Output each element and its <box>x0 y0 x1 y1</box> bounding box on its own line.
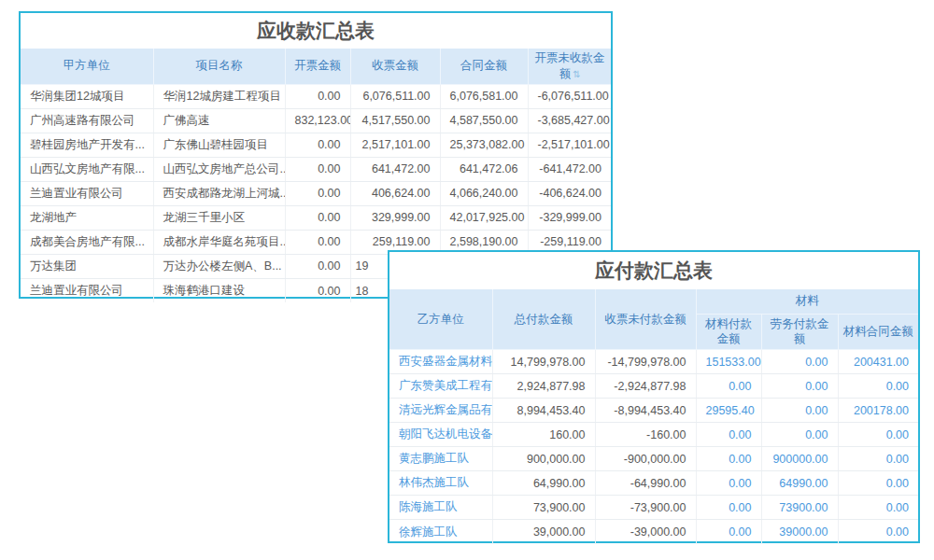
col-header-material-paid[interactable]: 材料付款金额 <box>696 314 761 350</box>
cell-labor-paid[interactable]: 64990.00 <box>761 471 838 496</box>
col-header-vendor[interactable]: 乙方单位 <box>389 289 492 350</box>
cell-vendor-link[interactable]: 林伟杰施工队 <box>389 471 492 496</box>
table-row: 华润集团12城项目 华润12城房建工程项目 0.00 6,076,511.00 … <box>21 84 611 108</box>
cell-project: 龙湖三千里小区 <box>153 205 285 230</box>
col-header-labor-paid[interactable]: 劳务付款金额 <box>761 314 838 350</box>
cell-invoiced-unpaid: -329,999.00 <box>528 205 611 230</box>
cell-vendor-link[interactable]: 徐辉施工队 <box>389 520 492 544</box>
cell-contract: 6,076,581.00 <box>440 84 528 108</box>
cell-invoiced: 832,123.00 <box>285 108 350 133</box>
col-header-contract[interactable]: 合同金额 <box>440 49 528 84</box>
col-header-received[interactable]: 收票金额 <box>350 49 440 84</box>
cell-contract: 4,587,550.00 <box>440 108 528 133</box>
cell-received-unpaid: -900,000.00 <box>595 447 696 471</box>
col-header-project[interactable]: 项目名称 <box>153 49 285 84</box>
cell-received: 2,517,101.00 <box>350 133 440 157</box>
cell-vendor-link[interactable]: 陈海施工队 <box>389 496 492 520</box>
col-header-material-contract[interactable]: 材料合同金额 <box>838 314 918 350</box>
cell-material-contract[interactable]: 0.00 <box>838 471 918 496</box>
cell-labor-paid[interactable]: 0.00 <box>761 374 838 399</box>
payables-title: 应付款汇总表 <box>389 252 918 289</box>
cell-project: 成都水岸华庭名苑项目... <box>153 230 285 254</box>
cell-material-contract[interactable]: 200178.00 <box>838 399 918 423</box>
col-header-invoiced-unpaid[interactable]: 开票未收款金额⇅ <box>528 49 611 84</box>
cell-received: 4,517,550.00 <box>350 108 440 133</box>
cell-received: 641,472.00 <box>350 157 440 181</box>
cell-invoiced-unpaid: -3,685,427.00 <box>528 108 611 133</box>
col-header-total-paid[interactable]: 总付款金额 <box>492 289 595 350</box>
cell-project: 万达办公楼左侧A、B... <box>153 254 285 278</box>
cell-total-paid: 64,990.00 <box>492 471 595 496</box>
cell-invoiced-unpaid: -641,472.00 <box>528 157 611 181</box>
cell-invoiced: 0.00 <box>285 278 350 302</box>
cell-material-paid[interactable]: 0.00 <box>696 471 761 496</box>
table-row: 徐辉施工队 39,000.00 -39,000.00 0.00 39000.00… <box>389 520 918 544</box>
table-row: 林伟杰施工队 64,990.00 -64,990.00 0.00 64990.0… <box>389 471 918 496</box>
cell-project: 华润12城房建工程项目 <box>153 84 285 108</box>
cell-material-contract[interactable]: 200431.00 <box>838 350 918 374</box>
sort-icon[interactable]: ⇅ <box>573 68 579 81</box>
table-row: 碧桂园房地产开发有... 广东佛山碧桂园项目 0.00 2,517,101.00… <box>21 133 611 157</box>
cell-invoiced-unpaid: -6,076,511.00 <box>528 84 611 108</box>
cell-labor-paid[interactable]: 900000.00 <box>761 447 838 471</box>
cell-labor-paid[interactable]: 0.00 <box>761 423 838 447</box>
cell-received-unpaid: -160.00 <box>595 423 696 447</box>
cell-invoiced: 0.00 <box>285 230 350 254</box>
payables-table: 乙方单位 总付款金额 收票未付款金额 材料 材料付款金额 劳务付款金额 材料合同… <box>389 289 918 544</box>
cell-material-paid[interactable]: 29595.40 <box>696 399 761 423</box>
cell-material-contract[interactable]: 0.00 <box>838 447 918 471</box>
cell-project: 广东佛山碧桂园项目 <box>153 133 285 157</box>
col-header-party[interactable]: 甲方单位 <box>21 49 153 84</box>
cell-material-contract[interactable]: 0.00 <box>838 374 918 399</box>
cell-party: 山西弘文房地产有限... <box>21 157 153 181</box>
table-row: 兰迪置业有限公司 西安成都路龙湖上河城... 0.00 406,624.00 4… <box>21 181 611 205</box>
cell-invoiced: 0.00 <box>285 133 350 157</box>
cell-labor-paid[interactable]: 0.00 <box>761 350 838 374</box>
table-row: 清远光辉金属品有限 8,994,453.40 -8,994,453.40 295… <box>389 399 918 423</box>
cell-total-paid: 2,924,877.98 <box>492 374 595 399</box>
cell-labor-paid[interactable]: 39000.00 <box>761 520 838 544</box>
cell-invoiced: 0.00 <box>285 205 350 230</box>
cell-material-paid[interactable]: 0.00 <box>696 496 761 520</box>
cell-project: 山西弘文房地产总公司... <box>153 157 285 181</box>
cell-labor-paid[interactable]: 73900.00 <box>761 496 838 520</box>
cell-total-paid: 73,900.00 <box>492 496 595 520</box>
cell-material-contract[interactable]: 0.00 <box>838 496 918 520</box>
cell-project: 珠海鹤港口建设 <box>153 278 285 302</box>
cell-vendor-link[interactable]: 朝阳飞达机电设备有 <box>389 423 492 447</box>
cell-material-paid[interactable]: 0.00 <box>696 374 761 399</box>
cell-contract: 641,472.06 <box>440 157 528 181</box>
cell-received-unpaid: -39,000.00 <box>595 520 696 544</box>
cell-vendor-link[interactable]: 黄志鹏施工队 <box>389 447 492 471</box>
cell-total-paid: 39,000.00 <box>492 520 595 544</box>
cell-total-paid: 14,799,978.00 <box>492 350 595 374</box>
cell-received-unpaid: -2,924,877.98 <box>595 374 696 399</box>
cell-material-paid[interactable]: 0.00 <box>696 520 761 544</box>
cell-vendor-link[interactable]: 广东赞美成工程有限 <box>389 374 492 399</box>
cell-received-unpaid: -14,799,978.00 <box>595 350 696 374</box>
table-row: 陈海施工队 73,900.00 -73,900.00 0.00 73900.00… <box>389 496 918 520</box>
col-group-material: 材料 <box>696 289 918 314</box>
cell-party: 成都美合房地产有限... <box>21 230 153 254</box>
cell-vendor-link[interactable]: 西安盛器金属材料有 <box>389 350 492 374</box>
cell-material-paid[interactable]: 0.00 <box>696 447 761 471</box>
col-header-received-unpaid[interactable]: 收票未付款金额 <box>595 289 696 350</box>
table-row: 广东赞美成工程有限 2,924,877.98 -2,924,877.98 0.0… <box>389 374 918 399</box>
cell-total-paid: 8,994,453.40 <box>492 399 595 423</box>
cell-labor-paid[interactable]: 0.00 <box>761 399 838 423</box>
cell-vendor-link[interactable]: 清远光辉金属品有限 <box>389 399 492 423</box>
cell-material-contract[interactable]: 0.00 <box>838 520 918 544</box>
cell-material-contract[interactable]: 0.00 <box>838 423 918 447</box>
table-row: 龙湖地产 龙湖三千里小区 0.00 329,999.00 42,017,925.… <box>21 205 611 230</box>
cell-party: 龙湖地产 <box>21 205 153 230</box>
cell-party: 华润集团12城项目 <box>21 84 153 108</box>
cell-invoiced: 0.00 <box>285 181 350 205</box>
col-header-invoiced[interactable]: 开票金额 <box>285 49 350 84</box>
cell-project: 广佛高速 <box>153 108 285 133</box>
cell-party: 万达集团 <box>21 254 153 278</box>
cell-party: 广州高速路有限公司 <box>21 108 153 133</box>
cell-material-paid[interactable]: 151533.00 <box>696 350 761 374</box>
cell-contract: 42,017,925.00 <box>440 205 528 230</box>
table-row: 山西弘文房地产有限... 山西弘文房地产总公司... 0.00 641,472.… <box>21 157 611 181</box>
cell-material-paid[interactable]: 0.00 <box>696 423 761 447</box>
